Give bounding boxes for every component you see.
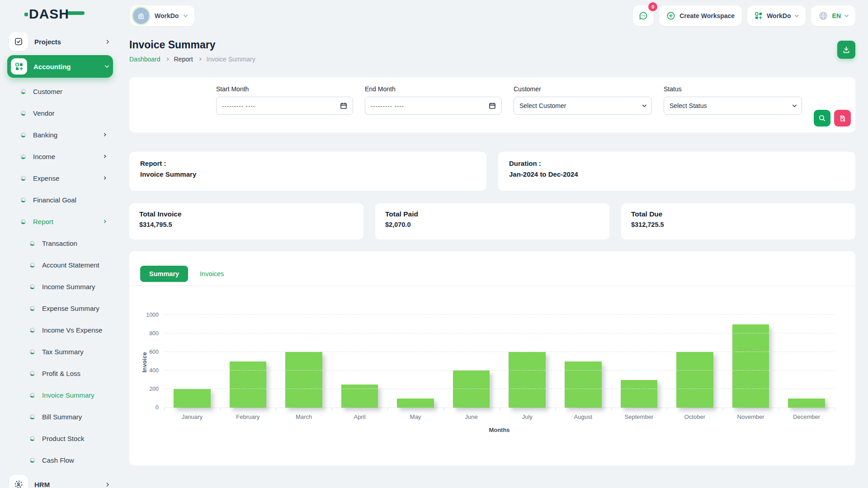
apply-filter-button[interactable]: [814, 110, 830, 127]
bullet-icon: [30, 306, 35, 311]
sidebar-item-label: Invoice Summary: [42, 391, 106, 399]
sidebar-item-label: Accounting: [33, 63, 99, 70]
chevron-down-icon: [184, 13, 188, 18]
x-tick-label: September: [611, 413, 667, 420]
download-report-button[interactable]: [837, 41, 855, 59]
app-logo[interactable]: DASH: [7, 0, 113, 28]
x-axis-tick: [276, 408, 276, 411]
tab-invoices[interactable]: Invoices: [200, 270, 224, 277]
chart-bar-august[interactable]: [565, 361, 602, 408]
sidebar-item-product-stock[interactable]: Product Stock: [7, 427, 113, 449]
breadcrumb-dashboard[interactable]: Dashboard: [129, 56, 160, 63]
chevron-right-icon: [105, 39, 109, 44]
sidebar-item-label: Vendor: [33, 109, 106, 117]
total-due-label: Total Due: [631, 210, 845, 218]
start-month-input[interactable]: --------- ----: [216, 97, 353, 115]
chart-bar-september[interactable]: [621, 380, 658, 408]
create-workspace-button[interactable]: Create Workspace: [659, 5, 742, 26]
y-tick-label: 800: [138, 330, 159, 337]
start-month-field: Start Month --------- ----: [216, 85, 353, 132]
bullet-icon: [30, 263, 35, 267]
report-duration-row: Report : Invoice Summary Duration : Jan-…: [129, 152, 855, 191]
customer-select[interactable]: Select Customer: [514, 97, 652, 115]
workspace-menu-button[interactable]: WorkDo: [747, 5, 805, 26]
topbar: WorkDo 0 Create Workspace WorkDo EN: [118, 0, 868, 27]
end-month-input[interactable]: --------- ----: [365, 97, 502, 115]
page-header: Invoice Summary Dashboard Report Invoice…: [129, 39, 855, 63]
sidebar-item-expense-summary[interactable]: Expense Summary: [7, 297, 113, 319]
workspace-avatar: [133, 8, 149, 24]
bullet-icon: [30, 458, 35, 463]
gridline: [164, 389, 835, 389]
status-select[interactable]: Select Status: [664, 97, 802, 115]
sidebar-item-report[interactable]: Report: [7, 211, 113, 232]
sidebar-item-income[interactable]: Income: [7, 145, 113, 167]
bar-slot: [499, 315, 555, 408]
bar-slot: [778, 315, 835, 408]
start-month-label: Start Month: [216, 85, 353, 93]
bullet-icon: [30, 393, 35, 398]
chart-bar-october[interactable]: [676, 352, 713, 408]
bullet-icon: [21, 111, 26, 116]
page-header-left: Invoice Summary Dashboard Report Invoice…: [129, 39, 837, 63]
report-card-value: Invoice Summary: [140, 170, 476, 178]
sidebar-item-income-vs-expense[interactable]: Income Vs Expense: [7, 319, 113, 341]
sidebar-item-tax-summary[interactable]: Tax Summary: [7, 341, 113, 362]
workspace-switcher[interactable]: WorkDo: [130, 5, 194, 26]
x-axis-tick: [164, 408, 165, 411]
chart-bars: [164, 315, 835, 408]
x-axis-tick: [500, 408, 500, 411]
sidebar-item-label: Cash Flow: [42, 456, 106, 464]
chart-bar-february[interactable]: [230, 361, 267, 408]
sidebar-item-accounting[interactable]: Accounting: [7, 55, 113, 78]
x-axis-tick: [443, 408, 444, 411]
chevron-right-icon: [165, 57, 169, 61]
chart-bar-january[interactable]: [174, 389, 211, 408]
report-card: Report : Invoice Summary: [129, 152, 486, 191]
sidebar-item-customer[interactable]: Customer: [7, 80, 113, 102]
chart-bar-april[interactable]: [341, 385, 378, 408]
chart-bar-july[interactable]: [509, 352, 546, 408]
bullet-icon: [30, 436, 35, 441]
messages-button[interactable]: 0: [633, 5, 654, 26]
bullet-icon: [21, 132, 26, 137]
input-placeholder: --------- ----: [371, 103, 485, 109]
chart-bar-december[interactable]: [788, 399, 825, 408]
sidebar-item-invoice-summary[interactable]: Invoice Summary: [7, 384, 113, 406]
tab-summary[interactable]: Summary: [140, 266, 188, 282]
sidebar-item-transaction[interactable]: Transaction: [7, 232, 113, 254]
bar-slot: [723, 315, 779, 408]
sidebar-item-vendor[interactable]: Vendor: [7, 102, 113, 124]
chart-bar-march[interactable]: [285, 352, 322, 408]
sidebar-item-expense[interactable]: Expense: [7, 167, 113, 189]
sidebar-item-income-summary[interactable]: Income Summary: [7, 276, 113, 297]
sidebar-item-banking[interactable]: Banking: [7, 124, 113, 145]
sidebar: DASH Projects Accounting Customer: [0, 0, 118, 488]
select-value: Select Status: [670, 102, 789, 109]
language-selector[interactable]: EN: [811, 5, 855, 26]
sidebar-item-hrm[interactable]: HRM: [7, 473, 113, 488]
sidebar-item-bill-summary[interactable]: Bill Summary: [7, 406, 113, 427]
total-due-card: Total Due $312,725.5: [621, 203, 855, 239]
calendar-icon: [340, 102, 347, 109]
bullet-icon: [30, 414, 35, 419]
sidebar-item-profit-loss[interactable]: Profit & Loss: [7, 362, 113, 384]
x-axis-title: Months: [164, 427, 835, 433]
chart-bar-june[interactable]: [453, 371, 490, 408]
bullet-icon: [21, 176, 26, 181]
x-axis-tick: [555, 408, 556, 411]
sidebar-item-cash-flow[interactable]: Cash Flow: [7, 449, 113, 471]
breadcrumb-report[interactable]: Report: [174, 56, 193, 63]
sidebar-item-projects[interactable]: Projects: [7, 30, 113, 53]
reset-filter-button[interactable]: [834, 110, 851, 127]
chart-bar-may[interactable]: [397, 399, 434, 408]
workspace-menu-label: WorkDo: [767, 12, 791, 19]
x-tick-label: October: [667, 413, 723, 420]
sidebar-item-financial-goal[interactable]: Financial Goal: [7, 189, 113, 211]
sidebar-item-account-statement[interactable]: Account Statement: [7, 254, 113, 276]
chart-bar-november[interactable]: [732, 324, 769, 408]
total-invoice-label: Total Invoice: [139, 210, 354, 218]
x-tick-label: August: [555, 413, 611, 420]
x-tick-label: July: [499, 413, 555, 420]
workspace-name: WorkDo: [155, 12, 179, 19]
